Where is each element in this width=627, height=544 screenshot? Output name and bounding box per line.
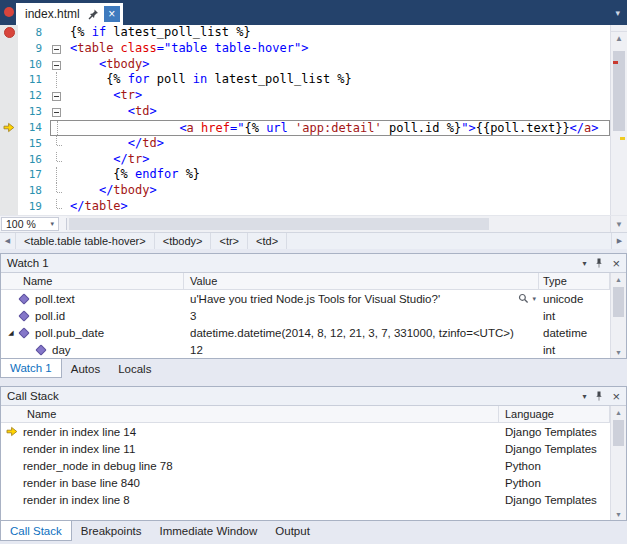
scroll-up-icon[interactable]: ▲ xyxy=(611,406,626,418)
pin-icon[interactable] xyxy=(594,391,604,401)
watch-title-bar[interactable]: Watch 1 ▾ × xyxy=(1,254,626,273)
window-position-icon[interactable]: ▾ xyxy=(582,259,586,268)
value-visualizer[interactable]: ▾ xyxy=(518,293,536,304)
close-icon[interactable]: × xyxy=(612,257,620,270)
scroll-down-icon[interactable]: ▼ xyxy=(611,346,626,358)
breakpoint-gutter[interactable] xyxy=(0,183,18,199)
scrollbar-track[interactable] xyxy=(611,418,626,508)
code-line[interactable]: 17 {% endfor %} xyxy=(0,167,610,183)
code-lines[interactable]: 8{% if latest_poll_list %}9<table class=… xyxy=(0,25,610,215)
call-stack-frame[interactable]: render_node in debug line 78Python xyxy=(1,457,610,474)
breadcrumb-item[interactable]: <table.table table-hover> xyxy=(16,233,155,249)
scroll-down-icon[interactable]: ▼ xyxy=(611,508,626,520)
watch-row[interactable]: day12int xyxy=(1,341,610,358)
breakpoint-indicator[interactable] xyxy=(4,27,15,38)
code-line[interactable]: 16 </tr> xyxy=(0,152,610,168)
breadcrumb-scroll-right-icon[interactable]: ▶ xyxy=(611,233,627,249)
panel-title: Watch 1 xyxy=(7,257,49,269)
breadcrumb-item[interactable]: <tr> xyxy=(211,233,248,249)
scroll-up-icon[interactable]: ▲ xyxy=(611,32,627,45)
scrollbar-track[interactable] xyxy=(611,285,626,346)
editor-vertical-scrollbar[interactable]: ▲ xyxy=(610,25,627,215)
tool-tab-immediate-window[interactable]: Immediate Window xyxy=(151,521,267,541)
editor-horizontal-scrollbar[interactable] xyxy=(67,216,610,232)
code-line[interactable]: 14 <a href="{% url 'app:detail' poll.id … xyxy=(0,120,610,136)
breakpoint-gutter[interactable] xyxy=(0,88,18,104)
code-text: <tbody> xyxy=(63,57,610,73)
zoom-select[interactable]: 100 % ▾ xyxy=(1,217,59,231)
call-stack-frame[interactable]: render in base line 840Python xyxy=(1,474,610,491)
fold-margin[interactable] xyxy=(50,88,63,104)
magnifier-icon[interactable] xyxy=(518,293,529,304)
breakpoint-gutter[interactable] xyxy=(0,167,18,183)
tool-tab-breakpoints[interactable]: Breakpoints xyxy=(72,521,151,541)
collapse-icon[interactable] xyxy=(52,61,61,70)
column-header-name[interactable]: Name xyxy=(1,273,184,289)
collapse-icon[interactable] xyxy=(52,108,61,117)
breakpoint-gutter[interactable] xyxy=(0,120,18,136)
scrollbar-thumb[interactable] xyxy=(69,218,489,230)
call-stack-frame[interactable]: render in index line 11Django Templates xyxy=(1,440,610,457)
scrollbar-thumb[interactable] xyxy=(613,420,624,446)
document-tab[interactable]: index.html × xyxy=(16,3,123,25)
tab-list-dropdown-icon[interactable]: ▾ xyxy=(615,8,620,18)
breakpoint-gutter[interactable] xyxy=(0,104,18,120)
fold-line xyxy=(56,72,57,88)
breakpoint-gutter[interactable] xyxy=(0,25,18,41)
scrollbar-track[interactable] xyxy=(611,45,627,215)
code-line[interactable]: 8{% if latest_poll_list %} xyxy=(0,25,610,41)
watch-row[interactable]: poll.textu'Have you tried Node.js Tools … xyxy=(1,290,610,307)
collapse-icon[interactable] xyxy=(52,92,61,101)
code-line[interactable]: 9<table class="table table-hover"> xyxy=(0,41,610,57)
breadcrumb-item[interactable]: <tbody> xyxy=(155,233,212,249)
tool-tab-output[interactable]: Output xyxy=(266,521,319,541)
code-line[interactable]: 15 </td> xyxy=(0,136,610,152)
code-line[interactable]: 11 {% for poll in latest_poll_list %} xyxy=(0,72,610,88)
pin-icon[interactable] xyxy=(594,258,604,268)
scroll-up-icon[interactable]: ▲ xyxy=(611,273,626,285)
scrollbar-thumb[interactable] xyxy=(613,287,624,317)
close-icon[interactable]: × xyxy=(612,390,620,403)
breadcrumb-item[interactable]: <td> xyxy=(248,233,287,249)
fold-margin[interactable] xyxy=(50,104,63,120)
column-header-type[interactable]: Type xyxy=(539,273,610,289)
call-stack-scrollbar[interactable]: ▲ ▼ xyxy=(610,406,626,520)
column-header-language[interactable]: Language xyxy=(499,406,610,422)
tool-tab-call-stack[interactable]: Call Stack xyxy=(0,521,72,541)
code-line[interactable]: 18 </tbody> xyxy=(0,183,610,199)
splitter-grip[interactable] xyxy=(611,25,627,32)
breakpoint-gutter[interactable] xyxy=(0,72,18,88)
close-icon[interactable]: × xyxy=(104,6,120,22)
tool-tab-watch-1[interactable]: Watch 1 xyxy=(0,359,62,378)
tool-tab-autos[interactable]: Autos xyxy=(62,359,109,378)
call-stack-frame[interactable]: render in index line 14Django Templates xyxy=(1,423,610,440)
fold-margin[interactable] xyxy=(50,57,63,73)
column-header-value[interactable]: Value xyxy=(184,273,539,289)
code-line[interactable]: 13 <td> xyxy=(0,104,610,120)
code-text: </tbody> xyxy=(63,183,610,199)
code-line[interactable]: 10 <tbody> xyxy=(0,57,610,73)
breakpoint-gutter[interactable] xyxy=(0,152,18,168)
watch-scrollbar[interactable]: ▲ ▼ xyxy=(610,273,626,358)
code-line[interactable]: 19</table> xyxy=(0,199,610,215)
scroll-down-icon[interactable]: ▼ xyxy=(610,216,627,232)
breakpoint-gutter[interactable] xyxy=(0,199,18,215)
pin-icon[interactable] xyxy=(88,9,99,20)
expand-toggle-icon[interactable]: ◢ xyxy=(5,329,17,337)
breakpoint-gutter[interactable] xyxy=(0,41,18,57)
fold-margin[interactable] xyxy=(50,41,63,57)
window-position-icon[interactable]: ▾ xyxy=(582,392,586,401)
column-header-name[interactable]: Name xyxy=(1,406,499,422)
breakpoint-gutter[interactable] xyxy=(0,136,18,152)
watch-row[interactable]: poll.id3int xyxy=(1,307,610,324)
tool-tab-locals[interactable]: Locals xyxy=(109,359,160,378)
breakpoint-gutter[interactable] xyxy=(0,57,18,73)
collapse-icon[interactable] xyxy=(52,45,61,54)
breadcrumb-scroll-left-icon[interactable]: ◀ xyxy=(0,233,16,249)
watch-row[interactable]: ◢poll.pub_datedatetime.datetime(2014, 8,… xyxy=(1,324,610,341)
code-line[interactable]: 12 <tr> xyxy=(0,88,610,104)
code-editor[interactable]: 8{% if latest_poll_list %}9<table class=… xyxy=(0,25,627,249)
call-stack-title-bar[interactable]: Call Stack ▾ × xyxy=(1,387,626,406)
chevron-down-icon[interactable]: ▾ xyxy=(532,295,536,303)
call-stack-frame[interactable]: render in index line 8Django Templates xyxy=(1,491,610,508)
